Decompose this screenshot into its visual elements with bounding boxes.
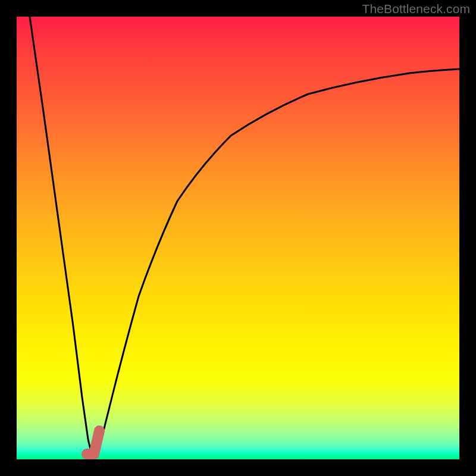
chart-frame: TheBottleneck.com	[0, 0, 476, 476]
curve-layer	[17, 17, 459, 459]
plot-area	[17, 17, 459, 459]
bottleneck-curve	[30, 17, 459, 454]
watermark-text: TheBottleneck.com	[362, 2, 470, 16]
